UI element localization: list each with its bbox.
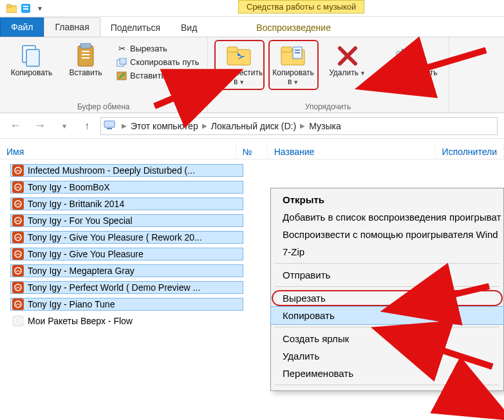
tab-play[interactable]: Воспроизведение — [246, 19, 341, 37]
svg-rect-3 — [23, 6, 28, 7]
ctx-rename[interactable]: Переименовать — [271, 365, 503, 382]
pc-icon — [104, 120, 115, 132]
file-name: Мои Ракеты Вверх - Flow — [28, 316, 133, 326]
ribbon: Копировать Вставить ✂ Вырезать Скопирова… — [0, 37, 504, 113]
ribbon-tabs: Файл Главная Поделиться Вид Воспроизведе… — [0, 17, 504, 37]
ctx-copy[interactable]: Копировать — [271, 307, 503, 324]
file-name: Tony Igy - For You Special — [28, 215, 133, 226]
copy-icon — [20, 43, 43, 69]
tab-share[interactable]: Поделиться — [100, 19, 171, 37]
chevron-down-icon: ▼ — [293, 79, 299, 86]
folder-move-icon — [226, 43, 253, 69]
ctx-delete[interactable]: Удалить — [271, 347, 503, 365]
col-artist[interactable]: Исполнители — [436, 144, 504, 160]
nav-bar: ← → ▾ ↑ ▶ Этот компьютер ▶ Локальный дис… — [0, 113, 504, 139]
move-to-button[interactable]: Переместить в▼ — [214, 40, 265, 90]
ctx-create-shortcut[interactable]: Создать ярлык — [271, 330, 503, 347]
audio-file-icon — [12, 315, 24, 327]
tab-file[interactable]: Файл — [0, 17, 44, 37]
audio-file-icon — [12, 215, 24, 226]
group-organize: Переместить в▼ Копировать в▼ Удалить▼ Пе… — [208, 37, 449, 113]
folder-icon[interactable] — [6, 3, 17, 14]
rename-button[interactable]: Переименовать — [377, 40, 442, 81]
scissors-icon: ✂ — [116, 44, 127, 53]
chevron-right-icon: ▶ — [300, 122, 305, 129]
file-name: Tony Igy - Megaptera Gray — [28, 266, 135, 276]
copy-button[interactable]: Копировать — [6, 40, 57, 81]
paste-shortcut-button[interactable]: Вставить ярлык — [115, 69, 201, 82]
file-name: Tony Igy - BoomBoX — [28, 182, 110, 192]
audio-file-icon — [12, 265, 24, 277]
audio-file-icon — [12, 198, 24, 210]
column-headers: Имя № Название Исполнители — [0, 139, 504, 160]
forward-button[interactable]: → — [31, 117, 49, 135]
breadcrumb[interactable]: ▶ Этот компьютер ▶ Локальный диск (D:) ▶… — [100, 117, 498, 135]
file-name: Tony Igy - Piano Tune — [28, 299, 115, 309]
svg-rect-25 — [107, 128, 112, 129]
properties-icon[interactable] — [21, 3, 31, 14]
svg-rect-4 — [23, 8, 28, 10]
chevron-down-icon: ▼ — [239, 79, 245, 86]
svg-rect-22 — [397, 51, 422, 62]
file-name: Tony Igy - Brittanik 2014 — [28, 199, 124, 209]
col-name[interactable]: Имя — [0, 144, 236, 160]
copy-path-button[interactable]: Скопировать путь — [115, 56, 201, 68]
back-button[interactable]: ← — [6, 117, 24, 135]
delete-button[interactable]: Удалить▼ — [322, 40, 373, 81]
chevron-right-icon: ▶ — [202, 122, 207, 129]
separator — [275, 385, 499, 385]
tab-view[interactable]: Вид — [171, 19, 207, 37]
chevron-down-icon: ▼ — [360, 70, 366, 77]
svg-rect-13 — [120, 58, 126, 64]
col-title[interactable]: Название — [268, 144, 436, 160]
copy-to-button[interactable]: Копировать в▼ — [268, 40, 319, 90]
svg-rect-6 — [26, 50, 39, 66]
contextual-tab-label: Средства работы с музыкой — [238, 0, 364, 14]
tab-home[interactable]: Главная — [44, 17, 100, 37]
file-name: Tony Igy - Perfect World ( Demo Preview … — [28, 282, 200, 293]
delete-x-icon — [337, 43, 359, 69]
breadcrumb-drive[interactable]: Локальный диск (D:) — [211, 121, 297, 131]
audio-file-icon — [12, 181, 24, 193]
up-button[interactable]: ↑ — [80, 119, 94, 133]
svg-rect-11 — [82, 57, 89, 59]
quick-access-toolbar: ▾ — [0, 3, 45, 14]
folder-copy-icon — [280, 43, 307, 69]
shortcut-icon — [116, 71, 127, 80]
ctx-send-to[interactable]: Отправить — [271, 266, 503, 284]
recent-dropdown[interactable]: ▾ — [55, 117, 73, 135]
breadcrumb-this-pc[interactable]: Этот компьютер — [131, 121, 198, 131]
svg-rect-16 — [227, 47, 238, 52]
audio-file-icon — [12, 298, 24, 310]
dropdown-icon[interactable]: ▾ — [35, 3, 45, 14]
svg-rect-10 — [82, 54, 89, 55]
paste-button[interactable]: Вставить — [61, 40, 111, 81]
ctx-play-wmp[interactable]: Воспроизвести с помощью проигрывателя Wi… — [271, 226, 503, 243]
ctx-add-playlist[interactable]: Добавить в список воспроизведения проигр… — [271, 208, 503, 226]
paste-icon — [74, 43, 97, 69]
svg-rect-7 — [78, 46, 93, 66]
ctx-7zip[interactable]: 7-Zip — [271, 243, 503, 260]
context-menu: Открыть Добавить в список воспроизведени… — [270, 188, 504, 391]
svg-rect-21 — [295, 52, 300, 53]
ctx-open[interactable]: Открыть — [271, 191, 503, 208]
svg-rect-18 — [281, 47, 292, 52]
svg-rect-1 — [6, 5, 11, 7]
cut-button[interactable]: ✂ Вырезать — [115, 42, 201, 55]
col-no[interactable]: № — [236, 144, 268, 160]
file-name: Tony Igy - Give You Pleasure ( Rework 20… — [28, 232, 202, 242]
svg-rect-20 — [295, 50, 300, 51]
chevron-right-icon: ▶ — [122, 122, 127, 129]
audio-file-icon — [12, 165, 24, 176]
audio-file-icon — [12, 248, 24, 260]
svg-rect-8 — [80, 43, 91, 48]
breadcrumb-folder[interactable]: Музыка — [309, 121, 341, 131]
rename-icon — [395, 43, 424, 69]
ctx-cut[interactable]: Вырезать — [271, 289, 503, 307]
file-name: Infected Mushroom - Deeply Disturbed (..… — [28, 165, 195, 176]
separator — [275, 286, 499, 287]
file-row[interactable]: Infected Mushroom - Deeply Disturbed (..… — [10, 162, 504, 179]
svg-rect-23 — [402, 49, 403, 64]
copy-path-icon — [116, 58, 127, 67]
svg-rect-9 — [82, 51, 89, 52]
